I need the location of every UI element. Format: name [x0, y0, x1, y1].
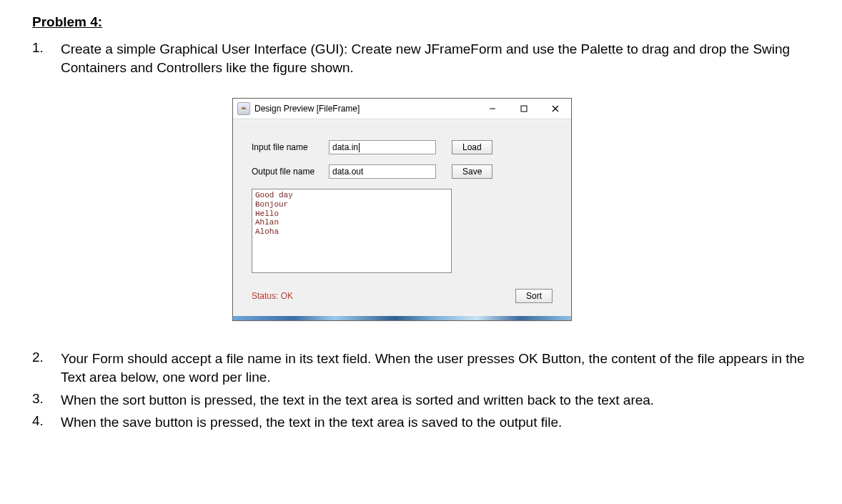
design-preview-window: ☕ Design Preview [FileFrame] Input file …	[232, 98, 572, 321]
titlebar: ☕ Design Preview [FileFrame]	[233, 99, 571, 119]
load-button[interactable]: Load	[452, 140, 492, 154]
output-file-value: data.out	[332, 167, 363, 177]
input-file-label: Input file name	[252, 142, 329, 152]
status-label: Status: OK	[252, 291, 515, 301]
text-caret	[359, 143, 360, 152]
sort-button[interactable]: Sort	[515, 289, 553, 303]
item-text-2: Your Form should accept a file name in i…	[61, 350, 810, 386]
item-text-3: When the sort button is pressed, the tex…	[61, 391, 810, 410]
item-text-4: When the save button is pressed, the tex…	[61, 413, 810, 432]
save-button[interactable]: Save	[452, 164, 492, 179]
output-file-field[interactable]: data.out	[329, 164, 436, 179]
java-icon: ☕	[237, 102, 250, 115]
window-bottom-accent	[233, 316, 571, 320]
output-file-label: Output file name	[252, 167, 329, 177]
item-number-1: 1.	[32, 40, 61, 56]
window-client-area: Input file name data.in Load Output file…	[233, 119, 571, 316]
item-number-2: 2.	[32, 350, 61, 365]
maximize-button[interactable]	[508, 99, 540, 119]
content-textarea[interactable]: Good day Bonjour Hello Ahlan Aloha	[252, 189, 452, 273]
minimize-button[interactable]	[477, 99, 508, 119]
window-title: Design Preview [FileFrame]	[254, 104, 477, 114]
item-text-1: Create a simple Graphical User Interface…	[61, 40, 810, 76]
problem-heading: Problem 4:	[32, 14, 810, 30]
item-number-4: 4.	[32, 413, 61, 429]
item-number-3: 3.	[32, 391, 61, 407]
svg-rect-1	[521, 106, 527, 112]
input-file-field[interactable]: data.in	[329, 140, 436, 154]
close-button[interactable]	[540, 99, 571, 119]
input-file-value: data.in	[332, 142, 358, 152]
